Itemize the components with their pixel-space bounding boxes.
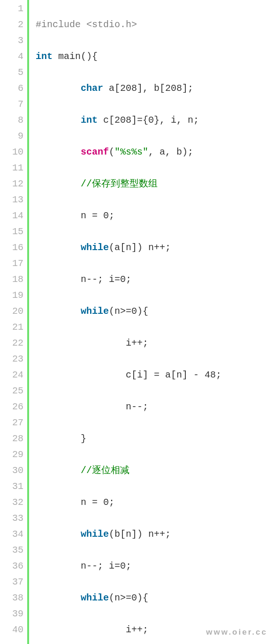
code-text: ; [109, 497, 114, 508]
keyword: int [36, 51, 53, 62]
code-line: n = 0; [36, 208, 274, 224]
line-number: 12 [0, 176, 23, 192]
number: 48 [205, 370, 216, 380]
keyword: int [81, 115, 98, 126]
watermark: www.oier.cc [206, 626, 267, 639]
line-number: 10 [0, 144, 23, 160]
code-text: }, i, n; [154, 115, 199, 126]
code-text: ; [216, 370, 221, 380]
line-number: 27 [0, 415, 23, 431]
code-text: ; [109, 210, 114, 221]
code-text: (b[n]) n++; [109, 529, 171, 540]
code-text: (n>= [109, 306, 131, 317]
number: 208 [120, 83, 137, 94]
line-number: 20 [0, 303, 23, 319]
line-number: 33 [0, 511, 23, 526]
string: "%s%s" [114, 147, 148, 157]
code-line: n--; i=0; [36, 272, 274, 288]
line-number: 13 [0, 192, 23, 208]
code-line: #include <stdio.h> [36, 17, 274, 33]
function: scanf [81, 147, 109, 157]
number: 0 [120, 274, 126, 285]
keyword: char [81, 83, 103, 94]
code-text: n--; i= [81, 561, 120, 571]
code-line: //保存到整型数组 [36, 176, 274, 192]
indent [36, 338, 126, 348]
line-number: 31 [0, 479, 23, 495]
number: 0 [103, 497, 109, 508]
code-text: i++; [126, 338, 148, 348]
indent [36, 497, 81, 508]
code-text: n = [81, 210, 103, 221]
line-number: 22 [0, 335, 23, 351]
line-number: 28 [0, 431, 23, 447]
code-text: a[ [103, 83, 120, 94]
code-line: i++; [36, 335, 274, 351]
line-number-gutter: 1 2 3 4 5 6 7 8 9 10 11 12 13 14 15 16 1… [0, 0, 27, 644]
number: 0 [148, 115, 154, 126]
code-text: ], b[ [137, 83, 165, 94]
line-number: 18 [0, 272, 23, 288]
line-number: 38 [0, 590, 23, 606]
indent [36, 401, 126, 412]
code-line: n = 0; [36, 495, 274, 511]
code-line: int c[208]={0}, i, n; [36, 112, 274, 128]
code-line: n--; i=0; [36, 558, 274, 574]
code-line: while(a[n]) n++; [36, 240, 274, 256]
code-text: n--; i= [81, 274, 120, 285]
code-line: //逐位相减 [36, 463, 274, 479]
indent [36, 624, 126, 635]
line-number: 34 [0, 526, 23, 542]
code-text: ){ [137, 306, 148, 317]
code-area: #include <stdio.h> int main(){ char a[20… [29, 0, 274, 644]
code-text: c[i] = a[n] - [126, 370, 205, 380]
code-text: ){ [137, 592, 148, 603]
indent [36, 178, 81, 189]
code-block: 1 2 3 4 5 6 7 8 9 10 11 12 13 14 15 16 1… [0, 0, 274, 644]
code-line: n--; [36, 399, 274, 415]
keyword: while [81, 242, 109, 253]
code-line: int main(){ [36, 49, 274, 65]
line-number: 5 [0, 65, 23, 81]
indent [36, 83, 81, 94]
indent [36, 433, 81, 444]
indent [36, 115, 81, 126]
comment: //保存到整型数组 [81, 178, 158, 189]
indent [36, 370, 126, 380]
line-number: 1 [0, 1, 23, 17]
indent [36, 561, 81, 571]
line-number: 11 [0, 160, 23, 176]
code-text: ; [126, 274, 131, 285]
code-text: main(){ [53, 51, 98, 62]
line-number: 14 [0, 208, 23, 224]
code-text: (n>= [109, 592, 131, 603]
line-number: 17 [0, 256, 23, 272]
code-line: char a[208], b[208]; [36, 81, 274, 96]
code-text: n--; [126, 401, 148, 412]
indent [36, 529, 81, 540]
line-number: 2 [0, 17, 23, 33]
preprocessor: #include <stdio.h> [36, 19, 137, 30]
line-number: 8 [0, 112, 23, 128]
line-number: 36 [0, 558, 23, 574]
indent [36, 242, 81, 253]
number: 0 [131, 592, 137, 603]
line-number: 26 [0, 399, 23, 415]
line-number: 30 [0, 463, 23, 479]
code-text: (a[n]) n++; [109, 242, 171, 253]
indent [36, 210, 81, 221]
line-number: 6 [0, 81, 23, 96]
code-text: ( [109, 147, 114, 157]
number: 0 [120, 561, 126, 571]
keyword: while [81, 306, 109, 317]
indent [36, 306, 81, 317]
line-number: 32 [0, 495, 23, 511]
line-number: 9 [0, 128, 23, 144]
indent [36, 592, 81, 603]
line-number: 25 [0, 383, 23, 399]
line-number: 19 [0, 288, 23, 303]
line-number: 40 [0, 622, 23, 638]
code-line: while(n>=0){ [36, 590, 274, 606]
comment: //逐位相减 [81, 465, 129, 476]
line-number: 15 [0, 224, 23, 240]
